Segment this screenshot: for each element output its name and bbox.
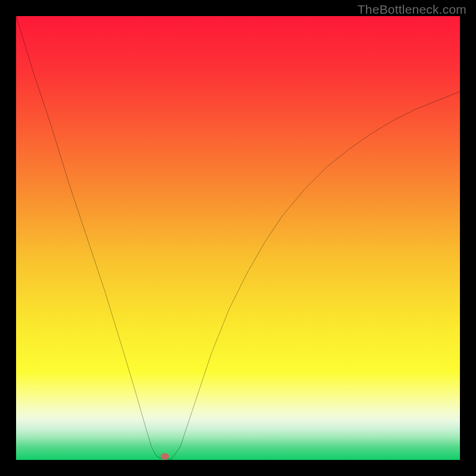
optimum-marker [161,453,169,460]
plot-area [16,16,460,460]
chart-frame: TheBottleneck.com [0,0,476,476]
watermark-text: TheBottleneck.com [358,2,466,17]
bottleneck-curve [16,16,460,460]
